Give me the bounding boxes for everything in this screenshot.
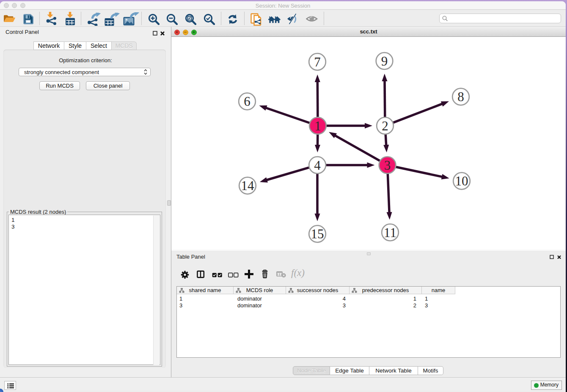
svg-text:2: 2	[382, 119, 388, 133]
svg-text:3: 3	[384, 158, 391, 173]
svg-text:9: 9	[381, 54, 388, 69]
svg-text:6: 6	[244, 94, 250, 109]
svg-text:4: 4	[314, 158, 321, 173]
svg-text:15: 15	[311, 226, 324, 241]
svg-text:8: 8	[457, 89, 464, 104]
svg-text:1: 1	[314, 119, 321, 133]
svg-text:10: 10	[455, 174, 468, 188]
svg-text:14: 14	[241, 178, 255, 193]
svg-text:11: 11	[384, 225, 396, 240]
svg-text:7: 7	[314, 55, 321, 69]
